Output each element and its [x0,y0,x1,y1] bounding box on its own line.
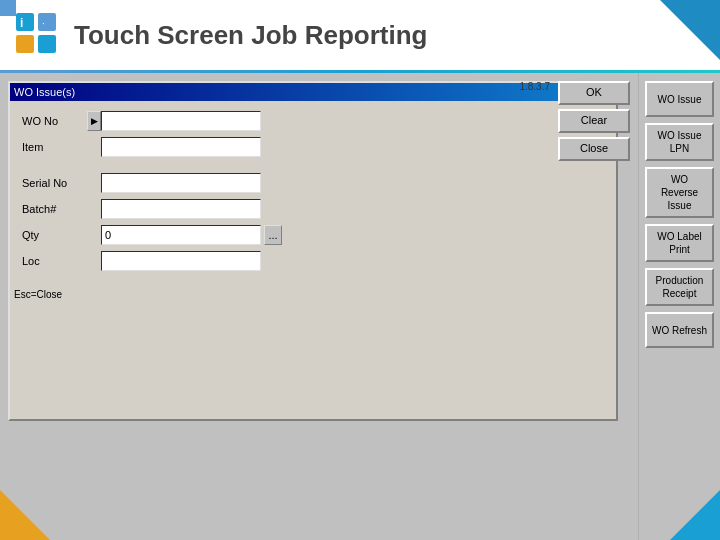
side-buttons-panel: WO Issue WO Issue LPN WO Reverse Issue W… [638,73,720,540]
svg-rect-1 [16,35,34,53]
wo-issue-button[interactable]: WO Issue [645,81,714,117]
loc-row: Loc [22,251,604,271]
dialog-area: 1.8.3.7 WO Issue(s) × WO No ▶ It [0,73,638,540]
wo-no-arrow[interactable]: ▶ [87,111,101,131]
svg-text:·: · [42,18,45,29]
wo-reverse-issue-button[interactable]: WO Reverse Issue [645,167,714,218]
wo-no-label: WO No [22,115,87,127]
dialog-title: WO Issue(s) [14,86,75,98]
corner-decoration-tl [0,0,16,16]
batch-input[interactable] [101,199,261,219]
version-label: 1.8.3.7 [519,81,550,92]
qty-row: Qty ... [22,225,604,245]
close-button[interactable]: Close [558,137,630,161]
content-area: 1.8.3.7 WO Issue(s) × WO No ▶ It [0,73,720,540]
svg-rect-2 [38,13,56,31]
batch-row: Batch# [22,199,604,219]
wo-issue-lpn-button[interactable]: WO Issue LPN [645,123,714,161]
wo-no-row: WO No ▶ [22,111,604,131]
wo-refresh-button[interactable]: WO Refresh [645,312,714,348]
item-row: Item [22,137,604,157]
dialog-window: WO Issue(s) × WO No ▶ Item [8,81,618,421]
qty-label: Qty [22,229,87,241]
clear-button[interactable]: Clear [558,109,630,133]
corner-decoration-tr [660,0,720,60]
item-label: Item [22,141,87,153]
wo-label-print-button[interactable]: WO Label Print [645,224,714,262]
svg-rect-3 [38,35,56,53]
header: i · Touch Screen Job Reporting [0,0,720,70]
ok-button[interactable]: OK [558,81,630,105]
serial-no-label: Serial No [22,177,87,189]
svg-rect-0 [16,13,34,31]
svg-text:i: i [20,16,23,30]
page-title: Touch Screen Job Reporting [74,20,427,51]
dialog-footer: Esc=Close [10,287,616,302]
qty-input[interactable] [101,225,261,245]
wo-no-input[interactable] [101,111,261,131]
dialog-body: WO No ▶ Item Serial No [10,101,616,287]
serial-no-row: Serial No [22,173,604,193]
production-receipt-button[interactable]: Production Receipt [645,268,714,306]
qty-ellipsis-btn[interactable]: ... [264,225,282,245]
serial-no-input[interactable] [101,173,261,193]
loc-label: Loc [22,255,87,267]
app-logo: i · [16,13,60,57]
item-input[interactable] [101,137,261,157]
action-panel: OK Clear Close [558,81,630,161]
main-area: 1.8.3.7 WO Issue(s) × WO No ▶ It [0,73,720,540]
spacer-row-1 [22,163,604,173]
batch-label: Batch# [22,203,87,215]
loc-input[interactable] [101,251,261,271]
esc-close-hint: Esc=Close [14,289,62,300]
